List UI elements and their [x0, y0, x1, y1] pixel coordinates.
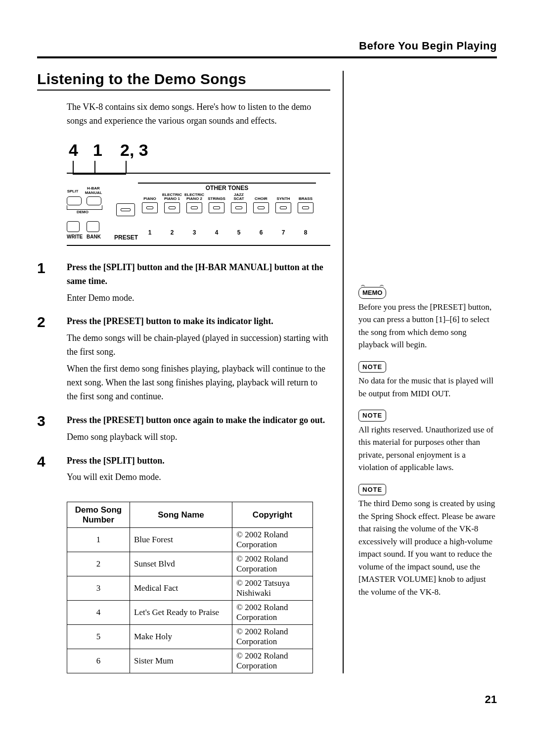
demo-label: DEMO: [77, 210, 89, 215]
table-cell: 4: [67, 601, 130, 625]
note-text-1: No data for the music that is played wil…: [358, 375, 497, 400]
table-cell: Make Holy: [130, 625, 232, 649]
header-rule: [37, 56, 497, 58]
tone-button-icon: [164, 202, 180, 213]
memo-text: Before you press the [PRESET] button, yo…: [358, 301, 497, 351]
table-cell: 2: [67, 552, 130, 576]
tone-number: 3: [185, 229, 203, 236]
step-number: 2: [37, 315, 67, 403]
section-title: Listening to the Demo Songs: [37, 71, 330, 91]
table-header: Demo Song Number: [67, 502, 130, 528]
step: 2Press the [PRESET] button to make its i…: [37, 315, 330, 403]
step-number: 1: [37, 261, 67, 305]
table-cell: Let's Get Ready to Praise: [130, 601, 232, 625]
bank-label: BANK: [87, 234, 101, 239]
memo-badge: MEMO: [358, 287, 386, 299]
table-row: 1Blue Forest© 2002 Roland Corporation: [67, 528, 313, 552]
step: 4Press the [SPLIT] button.You will exit …: [37, 454, 330, 485]
table-row: 4Let's Get Ready to Praise© 2002 Roland …: [67, 601, 313, 625]
tone-label: SYNTH: [274, 192, 292, 201]
table-header: Song Name: [130, 502, 232, 528]
table-cell: Sunset Blvd: [130, 552, 232, 576]
panel-diagram: 4 1 2, 3 SPLIT H-BAR MANUAL DEMO: [67, 141, 330, 246]
callout-2-3: 2, 3: [120, 141, 148, 160]
preset-button-icon: [116, 203, 135, 216]
tone-cell: ELECTRIC PIANO 23: [185, 192, 203, 236]
split-button-icon: [67, 196, 82, 205]
table-cell: © 2002 Tatsuya Nishiwaki: [232, 576, 313, 601]
table-cell: © 2002 Roland Corporation: [232, 528, 313, 552]
callout-1: 1: [93, 141, 118, 160]
table-header: Copyright: [232, 502, 313, 528]
tone-button-icon: [298, 202, 313, 213]
table-row: 6Sister Mum© 2002 Roland Corporation: [67, 649, 313, 673]
step-text: When the first demo song finishes playin…: [67, 362, 330, 404]
write-label: WRITE: [67, 234, 83, 239]
step-number: 3: [37, 414, 67, 444]
hbar-button-icon: [87, 196, 101, 205]
step-lead: Press the [SPLIT] button and the [H-BAR …: [67, 261, 330, 288]
tone-button-icon: [231, 202, 247, 213]
table-cell: © 2002 Roland Corporation: [232, 601, 313, 625]
tone-number: 1: [141, 229, 159, 236]
table-cell: 1: [67, 528, 130, 552]
tone-button-icon: [275, 202, 291, 213]
tone-cell: PIANO1: [141, 192, 159, 236]
step-lead: Press the [PRESET] button once again to …: [67, 414, 330, 427]
table-cell: © 2002 Roland Corporation: [232, 625, 313, 649]
note-badge: NOTE: [358, 410, 386, 422]
tone-label: ELECTRIC PIANO 1: [163, 192, 181, 201]
note-text-2: All rights reserved. Unauthorized use of…: [358, 424, 497, 474]
tone-number: 4: [208, 229, 225, 236]
write-button-icon: [67, 221, 80, 232]
table-cell: 6: [67, 649, 130, 673]
tone-number: 2: [163, 229, 181, 236]
step-text: You will exit Demo mode.: [67, 471, 330, 484]
step: 3Press the [PRESET] button once again to…: [37, 414, 330, 444]
tone-number: 8: [297, 229, 314, 236]
hbar-label: H-BAR MANUAL: [83, 187, 104, 195]
tone-number: 6: [252, 229, 270, 236]
table-cell: © 2002 Roland Corporation: [232, 649, 313, 673]
note-text-3: The third Demo song is created by using …: [358, 497, 497, 598]
step-text: Demo song playback will stop.: [67, 430, 330, 444]
step-text: The demo songs will be chain-played (pla…: [67, 331, 330, 359]
tone-cell: CHOIR6: [252, 192, 270, 236]
intro-text: The VK-8 contains six demo songs. Here's…: [67, 100, 330, 128]
page-number: 21: [37, 693, 497, 706]
step: 1Press the [SPLIT] button and the [H-BAR…: [37, 261, 330, 305]
tone-label: PIANO: [141, 192, 159, 201]
table-row: 3Medical Fact© 2002 Tatsuya Nishiwaki: [67, 576, 313, 601]
table-row: 5Make Holy© 2002 Roland Corporation: [67, 625, 313, 649]
tone-label: ELECTRIC PIANO 2: [185, 192, 203, 201]
tone-button-icon: [142, 202, 158, 213]
table-cell: Blue Forest: [130, 528, 232, 552]
tone-label: BRASS: [297, 192, 314, 201]
preset-label: PRESET: [114, 234, 138, 241]
tone-number: 5: [230, 229, 248, 236]
table-cell: Medical Fact: [130, 576, 232, 601]
tone-button-icon: [186, 202, 202, 213]
split-label: SPLIT: [65, 189, 81, 194]
tone-cell: BRASS8: [297, 192, 314, 236]
step-text: Enter Demo mode.: [67, 291, 330, 305]
table-cell: 3: [67, 576, 130, 601]
table-cell: Sister Mum: [130, 649, 232, 673]
callout-4: 4: [69, 141, 90, 160]
step-lead: Press the [PRESET] button to make its in…: [67, 315, 330, 329]
tone-cell: STRINGS4: [208, 192, 225, 236]
tone-label: JAZZ SCAT: [230, 192, 248, 201]
tone-cell: SYNTH7: [274, 192, 292, 236]
other-tones-label: OTHER TONES: [138, 183, 316, 191]
step-number: 4: [37, 454, 67, 485]
tone-number: 7: [274, 229, 292, 236]
tone-cell: JAZZ SCAT5: [230, 192, 248, 236]
tone-cell: ELECTRIC PIANO 12: [163, 192, 181, 236]
note-badge: NOTE: [358, 361, 386, 373]
tone-label: STRINGS: [208, 192, 225, 201]
tone-label: CHOIR: [252, 192, 270, 201]
step-lead: Press the [SPLIT] button.: [67, 454, 330, 468]
tone-button-icon: [253, 202, 269, 213]
bank-button-icon: [87, 221, 99, 232]
note-badge: NOTE: [358, 484, 386, 496]
